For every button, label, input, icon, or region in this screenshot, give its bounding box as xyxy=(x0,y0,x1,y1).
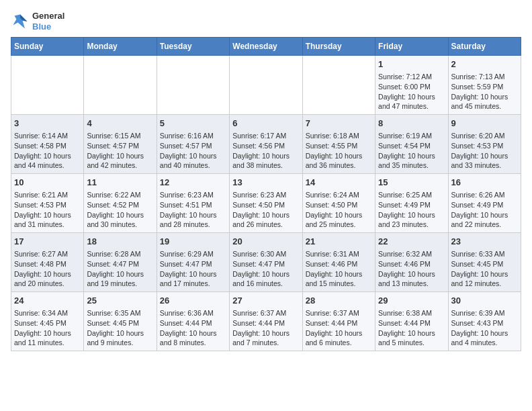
day-info: Sunrise: 6:34 AM Sunset: 4:45 PM Dayligh… xyxy=(14,308,81,348)
day-number: 27 xyxy=(232,295,299,307)
day-number: 22 xyxy=(378,236,445,248)
logo: General Blue xyxy=(11,11,64,32)
day-info: Sunrise: 6:16 AM Sunset: 4:57 PM Dayligh… xyxy=(160,131,226,171)
day-info: Sunrise: 6:26 AM Sunset: 4:49 PM Dayligh… xyxy=(451,190,518,230)
calendar-cell: 9Sunrise: 6:20 AM Sunset: 4:53 PM Daylig… xyxy=(448,115,521,174)
calendar-week-4: 17Sunrise: 6:27 AM Sunset: 4:48 PM Dayli… xyxy=(11,233,521,292)
day-number: 16 xyxy=(451,177,518,189)
calendar-cell: 24Sunrise: 6:34 AM Sunset: 4:45 PM Dayli… xyxy=(11,291,84,351)
day-info: Sunrise: 6:17 AM Sunset: 4:56 PM Dayligh… xyxy=(232,131,299,171)
day-info: Sunrise: 6:24 AM Sunset: 4:50 PM Dayligh… xyxy=(306,190,372,230)
day-header-tuesday: Tuesday xyxy=(157,38,229,56)
day-header-sunday: Sunday xyxy=(11,38,84,56)
day-info: Sunrise: 6:37 AM Sunset: 4:44 PM Dayligh… xyxy=(306,308,372,348)
calendar-cell: 8Sunrise: 6:19 AM Sunset: 4:54 PM Daylig… xyxy=(375,115,448,174)
calendar-cell: 30Sunrise: 6:39 AM Sunset: 4:43 PM Dayli… xyxy=(448,291,521,351)
day-number: 4 xyxy=(87,118,153,130)
day-number: 12 xyxy=(160,177,226,189)
day-info: Sunrise: 6:29 AM Sunset: 4:47 PM Dayligh… xyxy=(160,249,226,289)
day-info: Sunrise: 6:30 AM Sunset: 4:47 PM Dayligh… xyxy=(232,249,299,289)
calendar-cell: 3Sunrise: 6:14 AM Sunset: 4:58 PM Daylig… xyxy=(11,115,84,174)
day-info: Sunrise: 6:28 AM Sunset: 4:47 PM Dayligh… xyxy=(87,249,153,289)
calendar-cell xyxy=(230,56,302,115)
day-header-monday: Monday xyxy=(84,38,157,56)
calendar-cell: 28Sunrise: 6:37 AM Sunset: 4:44 PM Dayli… xyxy=(302,291,375,351)
day-number: 3 xyxy=(14,118,81,130)
day-info: Sunrise: 7:12 AM Sunset: 6:00 PM Dayligh… xyxy=(378,72,445,111)
calendar-cell: 26Sunrise: 6:36 AM Sunset: 4:44 PM Dayli… xyxy=(157,291,229,351)
day-info: Sunrise: 7:13 AM Sunset: 5:59 PM Dayligh… xyxy=(451,72,518,111)
calendar-cell: 27Sunrise: 6:37 AM Sunset: 4:44 PM Dayli… xyxy=(230,291,302,351)
day-info: Sunrise: 6:25 AM Sunset: 4:49 PM Dayligh… xyxy=(378,190,445,230)
day-number: 1 xyxy=(378,58,445,71)
day-info: Sunrise: 6:27 AM Sunset: 4:48 PM Dayligh… xyxy=(14,249,81,289)
calendar-cell xyxy=(11,56,84,115)
calendar-cell xyxy=(157,56,229,115)
day-number: 2 xyxy=(451,58,518,71)
day-info: Sunrise: 6:38 AM Sunset: 4:44 PM Dayligh… xyxy=(378,308,445,348)
calendar-cell: 16Sunrise: 6:26 AM Sunset: 4:49 PM Dayli… xyxy=(448,174,521,233)
day-info: Sunrise: 6:39 AM Sunset: 4:43 PM Dayligh… xyxy=(451,308,518,348)
calendar-cell: 22Sunrise: 6:32 AM Sunset: 4:46 PM Dayli… xyxy=(375,233,448,292)
calendar-cell: 13Sunrise: 6:23 AM Sunset: 4:50 PM Dayli… xyxy=(230,174,302,233)
calendar-cell xyxy=(302,56,375,115)
day-number: 17 xyxy=(14,236,81,248)
day-number: 21 xyxy=(306,236,372,248)
calendar-cell: 6Sunrise: 6:17 AM Sunset: 4:56 PM Daylig… xyxy=(230,115,302,174)
day-info: Sunrise: 6:20 AM Sunset: 4:53 PM Dayligh… xyxy=(451,131,518,171)
calendar-cell: 1Sunrise: 7:12 AM Sunset: 6:00 PM Daylig… xyxy=(375,56,448,115)
day-header-friday: Friday xyxy=(375,38,448,56)
calendar-cell: 17Sunrise: 6:27 AM Sunset: 4:48 PM Dayli… xyxy=(11,233,84,292)
day-info: Sunrise: 6:22 AM Sunset: 4:52 PM Dayligh… xyxy=(87,190,153,230)
day-header-wednesday: Wednesday xyxy=(230,38,302,56)
day-number: 8 xyxy=(378,118,445,130)
day-info: Sunrise: 6:14 AM Sunset: 4:58 PM Dayligh… xyxy=(14,131,81,171)
day-info: Sunrise: 6:33 AM Sunset: 4:45 PM Dayligh… xyxy=(451,249,518,289)
calendar-week-2: 3Sunrise: 6:14 AM Sunset: 4:58 PM Daylig… xyxy=(11,115,521,174)
day-number: 11 xyxy=(87,177,153,189)
calendar-cell: 20Sunrise: 6:30 AM Sunset: 4:47 PM Dayli… xyxy=(230,233,302,292)
day-info: Sunrise: 6:31 AM Sunset: 4:46 PM Dayligh… xyxy=(306,249,372,289)
day-info: Sunrise: 6:15 AM Sunset: 4:57 PM Dayligh… xyxy=(87,131,153,171)
day-header-saturday: Saturday xyxy=(448,38,521,56)
logo-icon xyxy=(11,12,30,31)
day-info: Sunrise: 6:32 AM Sunset: 4:46 PM Dayligh… xyxy=(378,249,445,289)
day-info: Sunrise: 6:21 AM Sunset: 4:53 PM Dayligh… xyxy=(14,190,81,230)
day-number: 5 xyxy=(160,118,226,130)
day-number: 15 xyxy=(378,177,445,189)
calendar-cell: 5Sunrise: 6:16 AM Sunset: 4:57 PM Daylig… xyxy=(157,115,229,174)
calendar-cell: 21Sunrise: 6:31 AM Sunset: 4:46 PM Dayli… xyxy=(302,233,375,292)
day-info: Sunrise: 6:23 AM Sunset: 4:51 PM Dayligh… xyxy=(160,190,226,230)
calendar-cell: 25Sunrise: 6:35 AM Sunset: 4:45 PM Dayli… xyxy=(84,291,157,351)
logo-text: General Blue xyxy=(32,11,64,32)
calendar-week-3: 10Sunrise: 6:21 AM Sunset: 4:53 PM Dayli… xyxy=(11,174,521,233)
day-info: Sunrise: 6:36 AM Sunset: 4:44 PM Dayligh… xyxy=(160,308,226,348)
day-number: 9 xyxy=(451,118,518,130)
day-number: 14 xyxy=(306,177,372,189)
calendar-cell: 2Sunrise: 7:13 AM Sunset: 5:59 PM Daylig… xyxy=(448,56,521,115)
calendar-cell: 19Sunrise: 6:29 AM Sunset: 4:47 PM Dayli… xyxy=(157,233,229,292)
day-number: 30 xyxy=(451,295,518,307)
day-number: 24 xyxy=(14,295,81,307)
day-number: 19 xyxy=(160,236,226,248)
page-header: General Blue xyxy=(11,11,521,32)
day-header-thursday: Thursday xyxy=(302,38,375,56)
calendar-cell: 10Sunrise: 6:21 AM Sunset: 4:53 PM Dayli… xyxy=(11,174,84,233)
day-info: Sunrise: 6:35 AM Sunset: 4:45 PM Dayligh… xyxy=(87,308,153,348)
day-info: Sunrise: 6:23 AM Sunset: 4:50 PM Dayligh… xyxy=(232,190,299,230)
calendar-cell: 23Sunrise: 6:33 AM Sunset: 4:45 PM Dayli… xyxy=(448,233,521,292)
calendar-cell: 4Sunrise: 6:15 AM Sunset: 4:57 PM Daylig… xyxy=(84,115,157,174)
calendar-table: SundayMondayTuesdayWednesdayThursdayFrid… xyxy=(11,37,521,351)
calendar-week-1: 1Sunrise: 7:12 AM Sunset: 6:00 PM Daylig… xyxy=(11,56,521,115)
day-number: 18 xyxy=(87,236,153,248)
day-number: 28 xyxy=(306,295,372,307)
day-number: 23 xyxy=(451,236,518,248)
calendar-cell: 12Sunrise: 6:23 AM Sunset: 4:51 PM Dayli… xyxy=(157,174,229,233)
day-number: 20 xyxy=(232,236,299,248)
day-number: 25 xyxy=(87,295,153,307)
day-info: Sunrise: 6:19 AM Sunset: 4:54 PM Dayligh… xyxy=(378,131,445,171)
day-number: 13 xyxy=(232,177,299,189)
day-number: 7 xyxy=(306,118,372,130)
day-number: 6 xyxy=(232,118,299,130)
calendar-cell: 7Sunrise: 6:18 AM Sunset: 4:55 PM Daylig… xyxy=(302,115,375,174)
